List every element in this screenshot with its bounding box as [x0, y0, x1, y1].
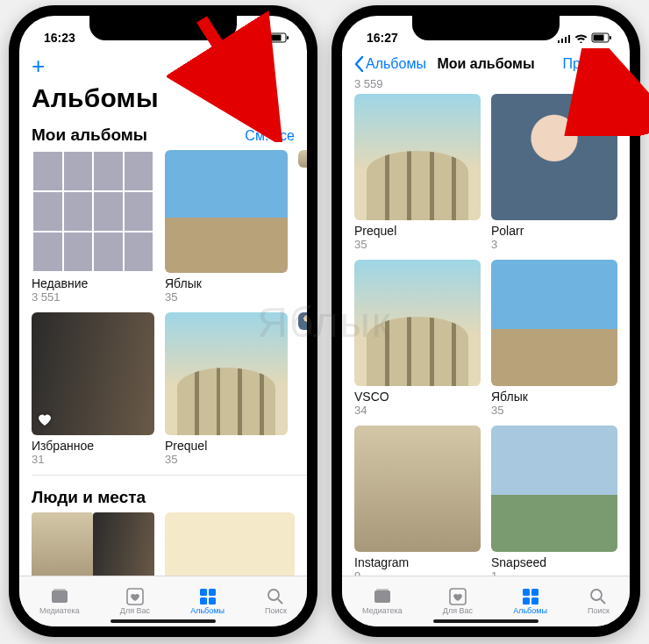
notch	[89, 16, 237, 40]
status-time: 16:23	[44, 31, 75, 45]
chevron-left-icon	[354, 56, 364, 72]
album-name: Яблык	[491, 390, 617, 404]
edit-button[interactable]: Править	[563, 56, 617, 72]
album-thumbnail	[298, 150, 307, 168]
nav-bar: Альбомы Мои альбомы Править	[342, 49, 630, 77]
svg-rect-8	[200, 589, 207, 596]
tab-label: Альбомы	[513, 606, 547, 615]
svg-rect-17	[374, 590, 390, 603]
tab-for-you[interactable]: Для Вас	[120, 586, 150, 615]
status-time: 16:27	[367, 31, 398, 45]
album-item[interactable]: Prequel 35	[354, 94, 481, 251]
album-thumbnail	[32, 312, 154, 435]
svg-rect-10	[200, 597, 207, 605]
library-icon	[49, 586, 70, 605]
section-people-places-title: Люди и места	[32, 488, 146, 507]
heart-icon	[37, 412, 53, 430]
album-item[interactable]: Prequel 35	[165, 312, 288, 466]
album-item[interactable]: Яблык 35	[491, 260, 617, 417]
home-indicator	[433, 619, 538, 623]
home-indicator	[111, 619, 216, 623]
album-name: Яблык	[165, 276, 288, 290]
svg-rect-15	[594, 35, 604, 41]
tab-albums[interactable]: Альбомы	[190, 586, 225, 615]
album-item[interactable]: Snapseed 1	[491, 426, 617, 576]
album-thumbnail	[165, 150, 288, 273]
album-count: 3 551	[32, 290, 154, 304]
heart-square-icon	[125, 586, 146, 605]
back-label: Альбомы	[366, 56, 426, 72]
svg-rect-22	[523, 597, 530, 605]
svg-line-13	[278, 599, 282, 604]
svg-rect-16	[610, 36, 611, 39]
album-name: VSCO	[354, 390, 481, 404]
svg-line-25	[601, 599, 605, 604]
album-count: 1	[491, 569, 617, 576]
album-item[interactable]: Polarr 3	[491, 94, 617, 251]
battery-icon	[591, 32, 612, 43]
tab-library[interactable]: Медиатека	[39, 586, 80, 615]
album-name: Prequel	[354, 224, 481, 238]
svg-rect-21	[531, 589, 538, 596]
tab-library[interactable]: Медиатека	[362, 586, 403, 615]
wifi-icon	[574, 33, 588, 43]
album-name: Polarr	[491, 224, 617, 238]
album-item-partial[interactable]	[298, 312, 307, 466]
album-name: Prequel	[165, 439, 288, 453]
tab-label: Альбомы	[190, 606, 225, 615]
tab-albums[interactable]: Альбомы	[513, 586, 547, 615]
svg-point-12	[268, 590, 279, 600]
svg-point-24	[591, 590, 602, 600]
heart-square-icon	[447, 586, 468, 605]
phone-frame-left: 16:23 + Альбомы Мои альбомы См. все	[9, 5, 317, 637]
svg-rect-9	[209, 589, 216, 596]
album-count: 34	[354, 404, 481, 417]
svg-rect-23	[531, 597, 538, 605]
tab-for-you[interactable]: Для Вас	[443, 586, 473, 615]
svg-rect-11	[209, 597, 216, 605]
places-thumbnail[interactable]	[165, 512, 295, 576]
tab-label: Для Вас	[120, 606, 150, 615]
nav-title: Мои альбомы	[437, 56, 534, 72]
status-icons	[557, 32, 612, 43]
see-all-link[interactable]: См. все	[245, 128, 295, 144]
album-count: 35	[354, 238, 481, 251]
add-button[interactable]: +	[32, 53, 45, 80]
tab-search[interactable]: Поиск	[265, 586, 287, 615]
people-thumbnail[interactable]	[32, 512, 93, 576]
status-icons	[234, 32, 289, 43]
album-item[interactable]: Недавние 3 551	[32, 150, 154, 304]
svg-rect-18	[376, 589, 389, 590]
album-item[interactable]: Избранное 31	[32, 312, 154, 466]
album-count: 35	[165, 453, 288, 466]
album-count: 3	[491, 238, 617, 251]
tab-label: Поиск	[588, 606, 610, 615]
back-button[interactable]: Альбомы	[354, 56, 426, 72]
album-item[interactable]: Instagram 9	[354, 426, 481, 576]
album-count: 35	[491, 404, 617, 417]
album-thumbnail	[491, 94, 617, 220]
album-count: 35	[165, 290, 288, 304]
album-name: Snapseed	[491, 555, 617, 569]
search-icon	[588, 586, 609, 605]
nav-bar: +	[19, 49, 307, 82]
tab-search[interactable]: Поиск	[588, 586, 610, 615]
album-item-partial[interactable]	[298, 150, 307, 304]
svg-rect-20	[523, 589, 530, 596]
svg-rect-3	[271, 35, 282, 41]
album-item[interactable]: VSCO 34	[354, 260, 481, 417]
album-thumbnail	[165, 312, 288, 435]
tab-label: Медиатека	[39, 606, 80, 615]
divider	[32, 475, 307, 476]
people-thumbnail[interactable]	[93, 512, 154, 576]
signal-icon	[557, 33, 571, 43]
album-count: 9	[354, 569, 481, 576]
album-item[interactable]: Яблык 35	[165, 150, 288, 304]
album-thumbnail	[298, 312, 307, 330]
album-name: Избранное	[32, 439, 154, 453]
library-icon	[372, 586, 393, 605]
album-count: 31	[32, 453, 154, 466]
tab-label: Медиатека	[362, 606, 403, 615]
albums-icon	[197, 586, 218, 605]
tab-label: Для Вас	[443, 606, 473, 615]
